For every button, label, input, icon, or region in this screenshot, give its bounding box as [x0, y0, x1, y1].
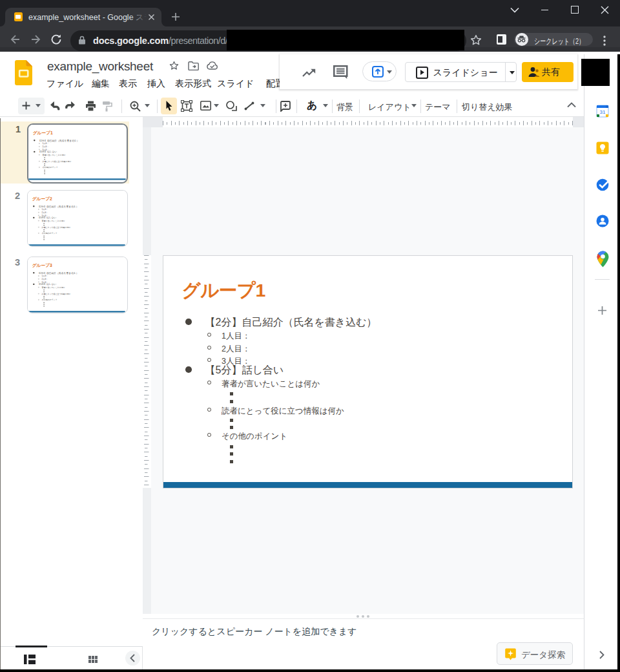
svg-text:31: 31 — [600, 109, 606, 115]
